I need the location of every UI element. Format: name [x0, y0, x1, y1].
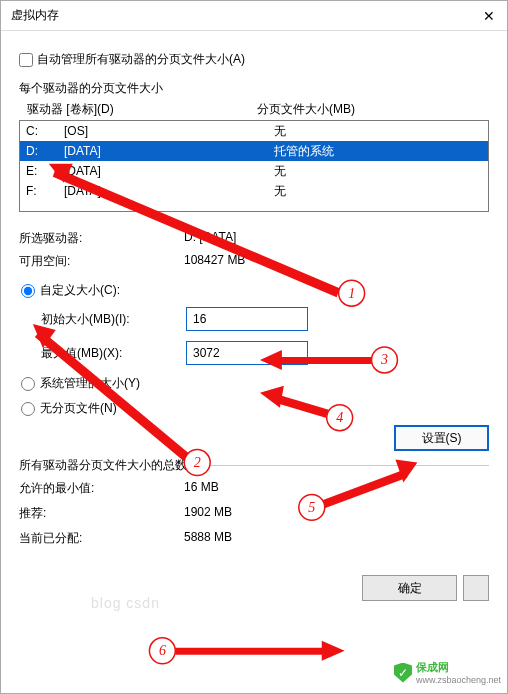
custom-size-input[interactable]	[21, 284, 35, 298]
svg-text:6: 6	[159, 643, 166, 658]
shield-icon: ✓	[394, 663, 412, 683]
min-value: 16 MB	[184, 480, 489, 497]
column-headers: 驱动器 [卷标](D) 分页文件大小(MB)	[19, 101, 489, 120]
ok-button[interactable]: 确定	[362, 575, 457, 601]
window-title: 虚拟内存	[11, 7, 59, 24]
site-watermark: ✓ 保成网 www.zsbaocheng.net	[394, 660, 501, 685]
system-managed-input[interactable]	[21, 377, 35, 391]
col-size: 分页文件大小(MB)	[257, 101, 481, 118]
partial-button[interactable]	[463, 575, 489, 601]
list-item[interactable]: E: [DATA] 无	[20, 161, 488, 181]
rec-label: 推荐:	[19, 505, 184, 522]
auto-manage-checkbox[interactable]: 自动管理所有驱动器的分页文件大小(A)	[19, 51, 489, 68]
no-pagefile-radio[interactable]: 无分页文件(N)	[21, 400, 489, 417]
close-icon[interactable]: ✕	[481, 8, 497, 24]
min-label: 允许的最小值:	[19, 480, 184, 497]
max-size-field[interactable]	[186, 341, 308, 365]
initial-size-field[interactable]	[186, 307, 308, 331]
virtual-memory-dialog: 虚拟内存 ✕ 自动管理所有驱动器的分页文件大小(A) 每个驱动器的分页文件大小 …	[0, 0, 508, 694]
set-button[interactable]: 设置(S)	[394, 425, 489, 451]
totals-heading: 所有驱动器分页文件大小的总数	[19, 457, 193, 474]
cur-label: 当前已分配:	[19, 530, 184, 547]
col-drive: 驱动器 [卷标](D)	[27, 101, 257, 118]
list-item[interactable]: D: [DATA] 托管的系统	[20, 141, 488, 161]
list-item[interactable]: F: [DATA] 无	[20, 181, 488, 201]
list-item[interactable]: C: [OS] 无	[20, 121, 488, 141]
initial-size-label: 初始大小(MB)(I):	[41, 311, 186, 328]
free-space-label: 可用空间:	[19, 253, 184, 270]
system-managed-radio[interactable]: 系统管理的大小(Y)	[21, 375, 489, 392]
drive-list[interactable]: C: [OS] 无 D: [DATA] 托管的系统 E: [DATA] 无 F:…	[19, 120, 489, 212]
custom-size-radio[interactable]: 自定义大小(C):	[21, 282, 489, 299]
auto-manage-input[interactable]	[19, 53, 33, 67]
auto-manage-label: 自动管理所有驱动器的分页文件大小(A)	[37, 51, 245, 68]
cur-value: 5888 MB	[184, 530, 489, 547]
selected-drive-value: D: [DATA]	[184, 230, 489, 247]
svg-marker-20	[175, 648, 329, 655]
svg-point-22	[149, 638, 175, 664]
no-pagefile-input[interactable]	[21, 402, 35, 416]
svg-marker-21	[322, 641, 345, 661]
free-space-value: 108427 MB	[184, 253, 489, 270]
faint-watermark: blog csdn	[91, 595, 160, 611]
titlebar: 虚拟内存 ✕	[1, 1, 507, 31]
rec-value: 1902 MB	[184, 505, 489, 522]
per-drive-heading: 每个驱动器的分页文件大小	[19, 80, 489, 97]
selected-drive-label: 所选驱动器:	[19, 230, 184, 247]
max-size-label: 最大值(MB)(X):	[41, 345, 186, 362]
